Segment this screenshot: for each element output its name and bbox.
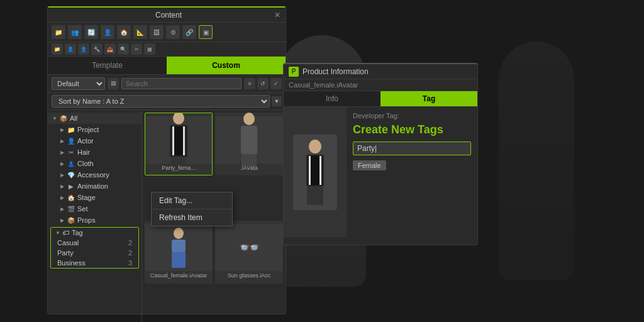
- tree-item-props[interactable]: ▶ 📦 Props: [48, 214, 142, 226]
- toolbar-image-icon[interactable]: 🖼: [150, 25, 164, 39]
- tree-item-stage[interactable]: ▶ 🏠 Stage: [48, 192, 142, 203]
- tag-party-label: Party: [57, 249, 74, 257]
- small-actor2-icon[interactable]: 👤: [78, 43, 89, 55]
- tree-item-accessory[interactable]: ▶ 💎 Accessory: [48, 169, 142, 180]
- tag-item-business[interactable]: Business 3: [51, 258, 138, 268]
- small-search-icon[interactable]: 🔍: [118, 43, 129, 55]
- tag-icon: 🏷: [62, 229, 69, 236]
- context-menu: Edit Tag... Refresh Item: [151, 192, 233, 226]
- tree-panel: ▼ 📦 All ▶ 📁 Project ▶ 👤 Actor ▶ ✂: [48, 110, 142, 322]
- tree-arrow-stage: ▶: [59, 194, 65, 201]
- tree-stage-label: Stage: [77, 194, 138, 201]
- tree-arrow-actor: ▶: [59, 138, 65, 144]
- tag-item-casual[interactable]: Casual 2: [51, 238, 138, 248]
- close-icon[interactable]: ✕: [274, 11, 280, 19]
- thumb-casual-label: Casual_female.iAvatar: [150, 271, 207, 280]
- thumb-sunglasses-image: 👓: [215, 224, 283, 271]
- glasses-icon: 👓: [238, 237, 260, 258]
- filter-btn2[interactable]: ↺: [257, 78, 269, 89]
- toolbar-home-icon[interactable]: 🏠: [117, 25, 131, 39]
- small-upload-icon[interactable]: 📤: [104, 43, 116, 55]
- tag-header[interactable]: ▼ 🏷 Tag: [51, 228, 138, 238]
- content-titlebar: Content ✕: [48, 8, 286, 23]
- tree-arrow-hair: ▶: [59, 149, 65, 155]
- small-folder-icon[interactable]: 📁: [52, 43, 63, 55]
- tag-casual-count: 2: [128, 239, 132, 247]
- filter-icons: ≡ ↺ ✓: [244, 78, 282, 89]
- thumb-casual-image: [145, 224, 213, 271]
- product-figure: [293, 135, 337, 210]
- toolbar-people-icon[interactable]: 👥: [68, 25, 82, 39]
- tag-casual-label: Casual: [57, 239, 79, 247]
- small-cut-icon[interactable]: ✂: [131, 43, 142, 55]
- context-menu-refresh[interactable]: Refresh Item: [152, 209, 232, 226]
- toolbar-person-icon[interactable]: 👤: [101, 25, 114, 39]
- tree-item-cloth[interactable]: ▶ 👗 Cloth: [48, 158, 142, 169]
- toolbar-box-icon[interactable]: ▣: [199, 25, 213, 39]
- toolbar-row1: 📁 👥 🔄 👤 🏠 📐 🖼 ⚙ 🔗 ▣: [48, 23, 286, 42]
- tree-all-label: All: [70, 114, 138, 122]
- tree-set-icon: 🎬: [67, 204, 75, 213]
- tree-arrow-accessory: ▶: [59, 172, 65, 178]
- filter-icon1[interactable]: 🖼: [108, 78, 119, 89]
- tree-item-animation[interactable]: ▶ ▶ Animation: [48, 180, 142, 192]
- tree-item-actor[interactable]: ▶ 👤 Actor: [48, 135, 142, 147]
- filter-btn1[interactable]: ≡: [244, 78, 255, 89]
- tree-hair-label: Hair: [77, 148, 138, 156]
- product-tab-tag[interactable]: Tag: [380, 91, 477, 106]
- tag-party-count: 2: [128, 249, 132, 257]
- tree-project-label: Project: [77, 126, 138, 133]
- tree-item-set[interactable]: ▶ 🎬 Set: [48, 203, 142, 214]
- tree-arrow-animation: ▶: [59, 183, 65, 189]
- tag-input[interactable]: [353, 142, 471, 155]
- tab-custom[interactable]: Custom: [167, 57, 286, 74]
- toolbar-link-icon[interactable]: 🔗: [182, 25, 196, 39]
- tree-cloth-icon: 👗: [67, 159, 75, 168]
- toolbar-refresh-icon[interactable]: 🔄: [84, 25, 98, 39]
- thumb-party-label: Party_fema...: [162, 164, 196, 172]
- tag-section: ▼ 🏷 Tag Casual 2 Party 2 Business 3: [50, 227, 139, 269]
- tree-cloth-label: Cloth: [77, 160, 138, 167]
- sort-row: Sort by Name : A to Z ▼: [48, 93, 286, 110]
- tree-arrow-cloth: ▶: [59, 160, 65, 167]
- toolbar-layout-icon[interactable]: 📐: [133, 25, 147, 39]
- thumb-item-party[interactable]: Party_fema...: [145, 113, 213, 175]
- tag-arrow-icon: ▼: [55, 230, 61, 236]
- toolbar-folder-icon[interactable]: 📁: [52, 25, 65, 39]
- small-tool-icon[interactable]: 🔧: [91, 43, 103, 55]
- context-menu-edit-tag[interactable]: Edit Tag...: [152, 192, 232, 209]
- tree-hair-icon: ✂: [67, 148, 75, 157]
- tree-actor-icon: 👤: [67, 136, 75, 145]
- tree-item-hair[interactable]: ▶ ✂ Hair: [48, 147, 142, 158]
- small-grid-icon[interactable]: ▦: [144, 43, 155, 55]
- filter-btn3[interactable]: ✓: [270, 78, 282, 89]
- tab-template[interactable]: Template: [48, 57, 167, 74]
- tree-item-project[interactable]: ▶ 📁 Project: [48, 124, 142, 135]
- tree-all-icon: 📦: [59, 114, 68, 123]
- sort-dropdown[interactable]: Sort by Name : A to Z: [52, 95, 270, 108]
- thumb-iavatar-image: [215, 116, 283, 164]
- sort-desc-icon[interactable]: ▼: [272, 96, 282, 106]
- toolbar-row2: 📁 👤 👤 🔧 📤 🔍 ✂ ▦: [48, 42, 286, 57]
- existing-tag-chip[interactable]: Female: [353, 160, 386, 170]
- product-title: Product Information: [303, 67, 369, 76]
- tag-item-party[interactable]: Party 2: [51, 248, 138, 258]
- thumb-item-sunglasses[interactable]: 👓 Sun glasses.iAcc: [215, 221, 283, 284]
- small-actor-icon[interactable]: 👤: [65, 43, 76, 55]
- default-dropdown[interactable]: Default: [52, 77, 105, 90]
- tag-business-label: Business: [57, 259, 86, 267]
- product-tab-info[interactable]: Info: [284, 91, 380, 106]
- thumb-item-iavatar[interactable]: .iAvata: [215, 113, 283, 175]
- tree-arrow-set: ▶: [59, 206, 65, 212]
- tag-label: Tag: [72, 229, 83, 236]
- tree-stage-icon: 🏠: [67, 193, 75, 202]
- product-icon: P: [289, 67, 299, 77]
- toolbar-gear-icon[interactable]: ⚙: [166, 25, 180, 39]
- bg-figure-right: [474, 0, 599, 322]
- thumb-sunglasses-label: Sun glasses.iAcc: [228, 271, 271, 280]
- tree-item-all[interactable]: ▼ 📦 All: [48, 113, 142, 124]
- search-input[interactable]: [121, 78, 242, 89]
- content-title: Content: [63, 11, 274, 19]
- tree-arrow-project: ▶: [59, 126, 65, 133]
- thumb-item-casual[interactable]: Casual_female.iAvatar: [145, 221, 213, 284]
